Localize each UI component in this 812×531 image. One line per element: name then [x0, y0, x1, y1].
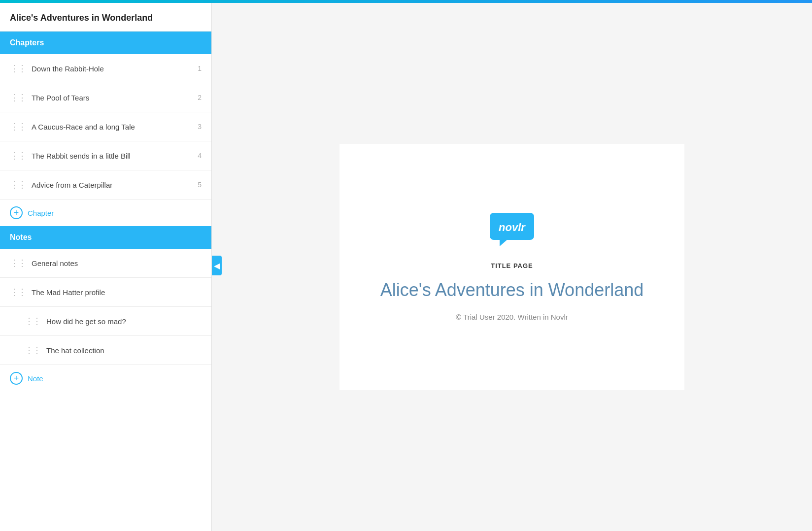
chapters-list: ⋮⋮ Down the Rabbit-Hole 1 ⋮⋮ The Pool of…: [0, 54, 211, 199]
drag-handle-icon: ⋮⋮: [10, 121, 26, 132]
drag-handle-icon: ⋮⋮: [10, 258, 26, 268]
main-content: novlr TITLE PAGE Alice's Adventures in W…: [212, 3, 812, 531]
chapter-number: 1: [198, 65, 202, 72]
note-label: The hat collection: [46, 346, 202, 355]
chapters-section-header: Chapters: [0, 32, 211, 54]
add-note-icon: +: [10, 372, 23, 385]
svg-text:novlr: novlr: [499, 221, 526, 233]
copyright-text: © Trial User 2020. Written in Novlr: [456, 313, 568, 321]
add-chapter-icon: +: [10, 206, 23, 219]
chapter-label: Advice from a Caterpillar: [32, 181, 194, 189]
svg-marker-2: [500, 240, 507, 246]
notes-section-header: Notes: [0, 226, 211, 249]
chapter-number: 3: [198, 123, 202, 131]
note-label: The Mad Hatter profile: [32, 288, 202, 297]
chapter-label: A Caucus-Race and a long Tale: [32, 123, 194, 131]
add-chapter-label: Chapter: [28, 209, 54, 217]
drag-handle-icon: ⋮⋮: [25, 316, 40, 327]
add-note-button[interactable]: + Note: [0, 365, 211, 392]
add-note-label: Note: [28, 374, 43, 383]
chapter-label: Down the Rabbit-Hole: [32, 65, 194, 73]
chapter-item[interactable]: ⋮⋮ Advice from a Caterpillar 5: [0, 170, 211, 199]
book-title: Alice's Adventures in Wonderland: [380, 279, 644, 300]
content-card: novlr TITLE PAGE Alice's Adventures in W…: [339, 144, 684, 390]
drag-handle-icon: ⋮⋮: [10, 179, 26, 190]
drag-handle-icon: ⋮⋮: [10, 92, 26, 103]
chapter-number: 5: [198, 181, 202, 189]
top-bar: [0, 0, 812, 3]
collapse-arrow-icon: ◀: [214, 261, 220, 270]
novlr-logo: novlr: [490, 213, 534, 247]
chapter-number: 2: [198, 94, 202, 101]
chapter-label: The Rabbit sends in a little Bill: [32, 152, 194, 160]
note-item[interactable]: ⋮⋮ How did he get so mad?: [0, 307, 211, 336]
sidebar-collapse-button[interactable]: ◀: [212, 256, 222, 275]
chapter-item[interactable]: ⋮⋮ The Rabbit sends in a little Bill 4: [0, 141, 211, 170]
sidebar-title: Alice's Adventures in Wonderland: [0, 3, 211, 32]
chapter-number: 4: [198, 152, 202, 160]
note-label: How did he get so mad?: [46, 317, 202, 326]
add-chapter-button[interactable]: + Chapter: [0, 199, 211, 226]
note-label: General notes: [32, 259, 202, 267]
chapter-item[interactable]: ⋮⋮ The Pool of Tears 2: [0, 83, 211, 112]
note-item[interactable]: ⋮⋮ General notes: [0, 249, 211, 278]
drag-handle-icon: ⋮⋮: [10, 287, 26, 298]
drag-handle-icon: ⋮⋮: [10, 150, 26, 161]
note-item[interactable]: ⋮⋮ The Mad Hatter profile: [0, 278, 211, 307]
title-page-label: TITLE PAGE: [491, 262, 533, 269]
chapter-item[interactable]: ⋮⋮ Down the Rabbit-Hole 1: [0, 54, 211, 83]
chapter-label: The Pool of Tears: [32, 94, 194, 102]
drag-handle-icon: ⋮⋮: [25, 345, 40, 356]
note-item[interactable]: ⋮⋮ The hat collection: [0, 336, 211, 365]
chapter-item[interactable]: ⋮⋮ A Caucus-Race and a long Tale 3: [0, 112, 211, 141]
drag-handle-icon: ⋮⋮: [10, 63, 26, 74]
notes-list: ⋮⋮ General notes ⋮⋮ The Mad Hatter profi…: [0, 249, 211, 365]
sidebar: Alice's Adventures in Wonderland Chapter…: [0, 3, 212, 531]
